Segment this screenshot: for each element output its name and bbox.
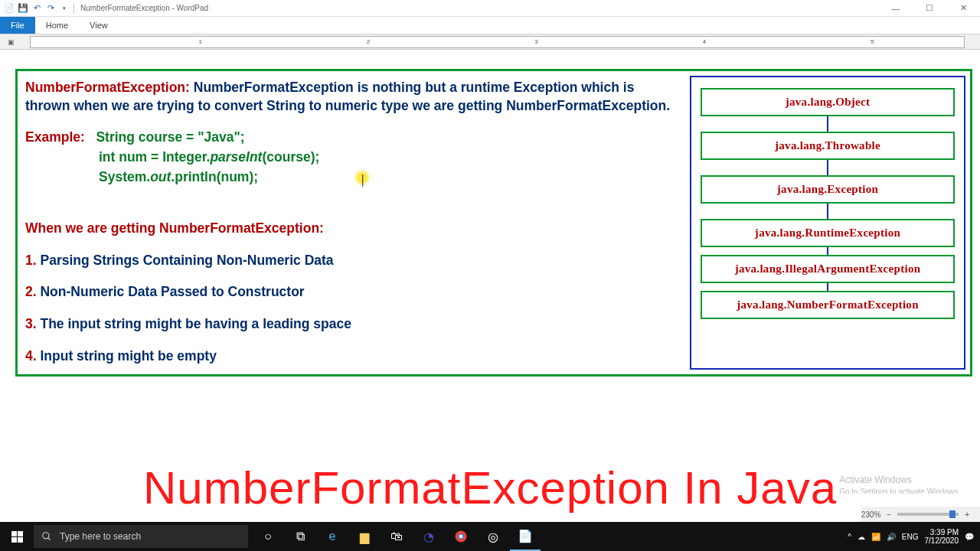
code-line-2: int num = Integer.parseInt(course); (99, 149, 319, 165)
tray-wifi-icon[interactable]: 📶 (871, 533, 880, 541)
wordpad-taskbar-icon[interactable]: 📄 (510, 522, 541, 551)
system-tray: ^ ☁ 📶 🔊 ENG 3:39 PM 7/12/2020 💬 (848, 528, 980, 546)
svg-point-0 (43, 533, 49, 539)
tray-clock[interactable]: 3:39 PM 7/12/2020 (925, 528, 959, 546)
ruler-mark: 3 (534, 38, 537, 45)
point-text: Parsing Strings Containing Non-Numeric D… (37, 253, 334, 268)
point-num: 3. (25, 316, 37, 331)
qat-dropdown-icon[interactable]: ▾ (58, 2, 70, 15)
ruler-toggle-icon[interactable]: ▣ (8, 38, 15, 46)
point-num: 2. (25, 284, 37, 299)
hierarchy-box: java.lang.RuntimeException (701, 219, 955, 247)
wordpad-statusbar: 230% − + (861, 507, 980, 522)
content-border: NumberFormatException: NumberFormatExcep… (15, 69, 972, 377)
menubar: File Home View (0, 17, 980, 34)
example-label: Example: (25, 129, 85, 145)
task-view-icon[interactable]: ⧉ (285, 522, 315, 551)
video-overlay-title: NumberFormatException In Java (0, 461, 980, 514)
when-heading: When we are getting NumberFormatExceptio… (25, 220, 324, 236)
ruler[interactable]: 1 2 3 4 5 (30, 36, 965, 48)
hierarchy-connector (827, 283, 828, 291)
tray-language[interactable]: ENG (902, 533, 919, 541)
taskbar: Type here to search ○ ⧉ e ▆ 🛍 ◔ ◎ 📄 ^ ☁ … (0, 522, 980, 551)
svg-point-4 (459, 535, 463, 539)
svg-line-1 (48, 538, 51, 540)
hierarchy-connector (827, 204, 828, 219)
store-icon[interactable]: 🛍 (381, 522, 412, 551)
hierarchy-box: java.lang.NumberFormatException (701, 291, 955, 319)
ruler-area: ▣ 1 2 3 4 5 (0, 34, 980, 50)
code-line-1: String course = "Java"; (96, 129, 244, 145)
hierarchy-connector (827, 160, 828, 175)
code-line-3: System.out.println(num); (99, 169, 258, 184)
maximize-button[interactable]: ☐ (913, 0, 946, 17)
hierarchy-connector (827, 247, 828, 255)
point-text: Non-Numeric Data Passed to Constructor (37, 284, 305, 299)
start-button[interactable] (0, 522, 34, 551)
tray-chevron-icon[interactable]: ^ (848, 533, 851, 541)
content-text[interactable]: NumberFormatException: NumberFormatExcep… (22, 76, 679, 370)
redo-icon[interactable]: ↷ (44, 2, 57, 15)
point-num: 1. (25, 253, 37, 268)
ruler-mark: 5 (871, 38, 874, 45)
ruler-mark: 1 (198, 38, 201, 45)
document-canvas[interactable]: NumberFormatException: NumberFormatExcep… (0, 50, 980, 494)
hierarchy-box: java.lang.IllegalArgumentException (701, 255, 955, 283)
close-button[interactable]: ✕ (946, 0, 980, 17)
separator (74, 3, 74, 14)
heading-label: NumberFormatException: (25, 80, 190, 95)
undo-icon[interactable]: ↶ (31, 2, 43, 15)
ruler-mark: 4 (703, 38, 706, 45)
hierarchy-panel: java.lang.Object java.lang.Throwable jav… (690, 76, 965, 370)
zoom-in-button[interactable]: + (965, 510, 969, 519)
titlebar: 📄 💾 ↶ ↷ ▾ NumberFormateException - WordP… (0, 0, 980, 17)
window-title: NumberFormateException - WordPad (80, 4, 208, 12)
cortana-icon[interactable]: ○ (253, 522, 283, 551)
point-text: The input string might be having a leadi… (37, 316, 351, 331)
tray-cloud-icon[interactable]: ☁ (858, 533, 865, 541)
home-tab[interactable]: Home (35, 17, 79, 34)
save-icon[interactable]: 💾 (17, 2, 29, 15)
point-num: 4. (25, 348, 37, 364)
search-placeholder: Type here to search (60, 531, 141, 542)
edge-icon[interactable]: e (317, 522, 348, 551)
tray-volume-icon[interactable]: 🔊 (887, 533, 896, 541)
window-controls: — ☐ ✕ (879, 0, 980, 17)
file-menu[interactable]: File (0, 17, 35, 34)
notifications-icon[interactable]: 💬 (965, 533, 974, 541)
ruler-mark: 2 (367, 38, 370, 45)
eclipse-icon[interactable]: ◔ (413, 522, 444, 551)
minimize-button[interactable]: — (879, 0, 913, 17)
zoom-percent: 230% (861, 510, 881, 519)
quick-access-toolbar: 📄 💾 ↶ ↷ ▾ (0, 2, 76, 15)
taskbar-search[interactable]: Type here to search (34, 525, 248, 548)
hierarchy-box: java.lang.Exception (701, 175, 955, 204)
zoom-out-button[interactable]: − (887, 510, 891, 519)
point-text: Input string might be empty (37, 348, 217, 364)
windows-logo-icon (11, 531, 23, 543)
hierarchy-box: java.lang.Throwable (701, 132, 955, 160)
text-cursor-highlight (354, 169, 371, 186)
hierarchy-box: java.lang.Object (701, 88, 955, 116)
view-tab[interactable]: View (79, 17, 119, 34)
search-icon (41, 531, 52, 542)
obs-icon[interactable]: ◎ (478, 522, 508, 551)
zoom-slider[interactable] (897, 513, 959, 516)
chrome-icon[interactable] (446, 522, 476, 551)
hierarchy-connector (827, 116, 828, 132)
explorer-icon[interactable]: ▆ (349, 522, 380, 551)
taskbar-apps: ○ ⧉ e ▆ 🛍 ◔ ◎ 📄 (253, 522, 541, 551)
wordpad-icon: 📄 (3, 2, 15, 15)
